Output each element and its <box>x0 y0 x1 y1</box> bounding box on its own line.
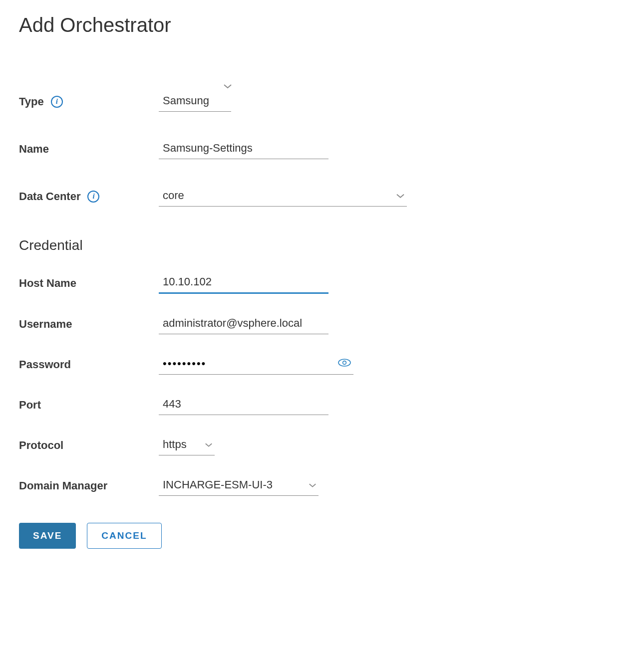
row-domain-manager: Domain Manager <box>19 475 625 496</box>
svg-point-1 <box>343 361 346 365</box>
row-name: Name <box>19 139 625 159</box>
username-input[interactable] <box>159 314 328 334</box>
section-credential-title: Credential <box>19 237 625 253</box>
label-username: Username <box>19 318 72 331</box>
label-port: Port <box>19 399 41 412</box>
label-name: Name <box>19 143 49 156</box>
page-title: Add Orchestrator <box>19 14 625 36</box>
label-host-name: Host Name <box>19 277 76 290</box>
eye-icon[interactable] <box>335 356 353 373</box>
host-name-input[interactable] <box>159 272 328 294</box>
info-icon[interactable]: i <box>51 96 63 108</box>
protocol-select[interactable] <box>159 435 215 455</box>
chevron-down-icon <box>223 82 232 91</box>
row-port: Port <box>19 395 625 415</box>
row-password: Password <box>19 354 625 375</box>
protocol-input[interactable] <box>159 435 215 455</box>
info-icon[interactable]: i <box>87 191 99 203</box>
label-domain-manager: Domain Manager <box>19 479 107 492</box>
cancel-button[interactable]: Cancel <box>87 523 161 549</box>
row-protocol: Protocol <box>19 435 625 455</box>
svg-point-0 <box>338 359 350 366</box>
row-data-center: Data Center i <box>19 186 625 207</box>
row-host-name: Host Name <box>19 272 625 294</box>
data-center-input[interactable] <box>159 186 407 207</box>
domain-manager-select[interactable] <box>159 475 319 496</box>
save-button[interactable]: Save <box>19 523 76 549</box>
password-input[interactable] <box>159 354 335 374</box>
label-password: Password <box>19 358 71 371</box>
name-input[interactable] <box>159 139 328 159</box>
port-input[interactable] <box>159 395 328 415</box>
data-center-select[interactable] <box>159 186 407 207</box>
label-type: Type <box>19 95 44 108</box>
label-data-center: Data Center <box>19 190 80 203</box>
label-protocol: Protocol <box>19 439 63 452</box>
row-type: Type i <box>19 91 625 112</box>
row-username: Username <box>19 314 625 334</box>
type-select[interactable] <box>159 91 231 112</box>
domain-manager-input[interactable] <box>159 475 319 496</box>
type-input[interactable] <box>159 91 231 112</box>
